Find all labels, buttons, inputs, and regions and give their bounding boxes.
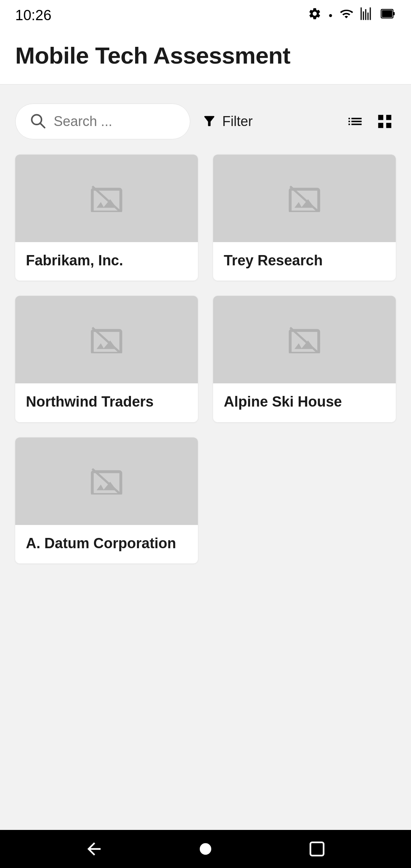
back-button[interactable]	[84, 839, 104, 859]
card-image-3	[15, 296, 198, 383]
back-icon	[84, 839, 104, 859]
company-card-4[interactable]: Alpine Ski House	[213, 296, 396, 422]
company-card-2[interactable]: Trey Research	[213, 155, 396, 281]
page-title: Mobile Tech Assessment	[15, 42, 396, 69]
view-toggle	[344, 110, 396, 132]
svg-line-4	[40, 123, 45, 128]
wifi-icon	[339, 7, 353, 24]
svg-rect-2	[382, 10, 392, 18]
grid-icon	[376, 113, 393, 130]
search-box[interactable]	[15, 104, 190, 139]
controls-row: Filter	[15, 104, 396, 139]
home-icon	[196, 839, 215, 859]
card-image-4	[213, 296, 396, 383]
settings-icon	[308, 7, 322, 24]
company-card-5[interactable]: A. Datum Corporation	[15, 437, 198, 563]
search-icon	[29, 112, 46, 131]
card-image-1	[15, 155, 198, 242]
recent-icon	[307, 839, 327, 859]
broken-image-icon-4	[287, 325, 322, 355]
company-card-3[interactable]: Northwind Traders	[15, 296, 198, 422]
status-icons: ●	[308, 7, 396, 24]
header: Mobile Tech Assessment	[0, 30, 411, 85]
company-card-1[interactable]: Fabrikam, Inc.	[15, 155, 198, 281]
card-label-4: Alpine Ski House	[213, 383, 396, 422]
filter-label: Filter	[222, 113, 253, 129]
battery-icon	[381, 7, 396, 24]
broken-image-icon-5	[89, 466, 124, 496]
broken-image-icon-3	[89, 325, 124, 355]
bottom-nav	[0, 830, 411, 868]
card-label-1: Fabrikam, Inc.	[15, 242, 198, 281]
signal-icon	[360, 7, 374, 24]
status-time: 10:26	[15, 7, 51, 24]
dot-icon: ●	[328, 11, 333, 19]
filter-icon	[202, 113, 217, 130]
card-label-3: Northwind Traders	[15, 383, 198, 422]
list-view-button[interactable]	[344, 110, 366, 132]
company-grid: Fabrikam, Inc. Trey Research	[15, 155, 396, 563]
svg-rect-11	[311, 842, 324, 856]
recent-button[interactable]	[307, 839, 327, 859]
home-button[interactable]	[196, 839, 215, 859]
svg-point-10	[200, 843, 211, 855]
card-label-5: A. Datum Corporation	[15, 525, 198, 563]
filter-button[interactable]: Filter	[202, 110, 253, 134]
card-image-2	[213, 155, 396, 242]
card-label-2: Trey Research	[213, 242, 396, 281]
grid-view-button[interactable]	[374, 110, 396, 132]
broken-image-icon-1	[89, 183, 124, 214]
status-bar: 10:26 ●	[0, 0, 411, 30]
svg-rect-1	[393, 12, 395, 16]
list-icon	[346, 113, 364, 130]
search-input[interactable]	[54, 113, 176, 129]
broken-image-icon-2	[287, 183, 322, 214]
card-image-5	[15, 437, 198, 525]
main-content: Filter	[0, 85, 411, 830]
